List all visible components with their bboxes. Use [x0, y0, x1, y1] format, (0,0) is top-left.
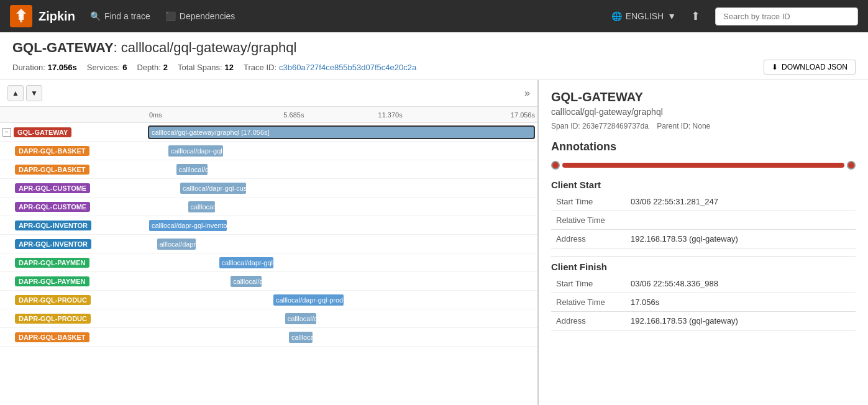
arrow-down-icon: ▼ [30, 89, 38, 98]
span-bar[interactable]: calllocal/dapr-gql-payment/graphql [870m… [219, 257, 274, 268]
trace-row[interactable]: DAPR-GQL-BASKETcalllocal/dapr-gql-basket… [0, 328, 537, 347]
dependencies-label: Dependencies [180, 11, 235, 21]
trace-meta: Duration: 17.056s Services: 6 Depth: 2 T… [12, 60, 856, 75]
trace-row[interactable]: DAPR-GQL-BASKETcalllocal/dapr-gql-basket… [0, 160, 537, 179]
annotation-row: Relative Time17.056s [551, 293, 856, 312]
trace-title: GQL-GATEWAY: calllocal/gql-gateway/graph… [12, 40, 856, 56]
span-bar-area: calllocal/dapr-gql-inventory/graphql [1.… [149, 216, 537, 234]
duration-value: 17.056s [48, 63, 77, 72]
trace-row[interactable]: APR-GQL-INVENTORalllocal/dapr-gql-invent… [0, 235, 537, 253]
trace-id-label: Trace ID: [244, 63, 276, 72]
trace-rows: −GQL-GATEWAYcalllocal/gql-gateway/graphq… [0, 123, 537, 347]
trace-id-search[interactable] [715, 7, 858, 25]
service-label: DAPR-GQL-PRODUC [0, 314, 149, 324]
dependencies-nav[interactable]: ⬛ Dependencies [165, 11, 235, 21]
trace-row[interactable]: DAPR-GQL-PRODUCcalllocal/dapr-gql-produc… [0, 291, 537, 309]
trace-path: calllocal/gql-gateway/graphql [121, 40, 297, 55]
expand-down-button[interactable]: ▼ [26, 85, 42, 101]
service-label: DAPR-GQL-BASKET [0, 332, 149, 342]
ruler-mark-2: 11.370s [342, 111, 439, 119]
depth-value: 2 [163, 63, 168, 72]
total-spans-value: 12 [225, 63, 234, 72]
annotation-row: Start Time03/06 22:55:48.336_988 [551, 275, 856, 293]
parent-id-value: None [693, 122, 711, 130]
annotation-value[interactable]: 192.168.178.53 (gql-gateway) [626, 230, 856, 248]
annotation-label: Start Time [551, 275, 626, 293]
slider-start-dot [551, 161, 560, 170]
span-bar[interactable]: calllocal/dapr-gql-payment/graphql [48.0… [231, 276, 262, 287]
language-selector[interactable]: 🌐 ENGLISH ▼ [611, 11, 676, 21]
services-value: 6 [122, 63, 127, 72]
trace-row[interactable]: DAPR-GQL-BASKETcalllocal/dapr-gql-basket… [0, 142, 537, 160]
ruler-mark-1: 5.685s [245, 111, 342, 119]
span-bar[interactable]: calllocal/dapr-gql-inventory/graphql [1.… [149, 220, 227, 231]
service-label: DAPR-GQL-BASKET [0, 146, 149, 156]
timeline-controls: ▲ ▼ » [0, 80, 537, 107]
span-bar-area: calllocal/dapr-gql-product/graphql [50.9… [149, 309, 537, 327]
annotation-slider [551, 161, 856, 170]
service-label: APR-GQL-CUSTOME [0, 202, 149, 212]
annotation-label: Start Time [551, 193, 626, 211]
expand-panel-button[interactable]: » [524, 88, 530, 99]
expand-up-button[interactable]: ▲ [7, 85, 24, 101]
services-label: Services: [87, 63, 120, 72]
annotation-row: Start Time03/06 22:55:31.281_247 [551, 193, 856, 211]
search-icon: 🔍 [90, 11, 101, 21]
span-bar[interactable]: alllocal/dapr-gql-inventory/graphql [60.… [157, 239, 196, 250]
detail-ids: Span ID: 263e7728469737da Parent ID: Non… [551, 122, 856, 130]
trace-row[interactable]: −GQL-GATEWAYcalllocal/gql-gateway/graphq… [0, 123, 537, 142]
trace-row[interactable]: APR-GQL-CUSTOMEcalllocal/dapr-gql-custom… [0, 198, 537, 216]
trace-service-name: GQL-GATEWAY [12, 40, 114, 55]
span-bar-area: alllocal/dapr-gql-inventory/graphql [60.… [149, 235, 537, 253]
span-bar[interactable]: calllocal/dapr-gql-product/graphql [1.09… [273, 294, 344, 306]
trace-row[interactable]: APR-GQL-INVENTORcalllocal/dapr-gql-inven… [0, 216, 537, 235]
span-bar[interactable]: calllocal/dapr-gql-basket/graphql [16.99… [289, 332, 313, 343]
span-bar-area: calllocal/dapr-gql-payment/graphql [870m… [149, 253, 537, 271]
span-bar[interactable]: calllocal/dapr-gql-customer/graphql [42.… [188, 201, 216, 212]
trace-row[interactable]: DAPR-GQL-PRODUCcalllocal/dapr-gql-produc… [0, 309, 537, 328]
service-badge: GQL-GATEWAY [14, 127, 71, 137]
span-bar[interactable]: calllocal/dapr-gql-customer/graphql [933… [180, 183, 246, 194]
trace-row[interactable]: DAPR-GQL-PAYMENcalllocal/dapr-gql-paymen… [0, 253, 537, 272]
trace-row[interactable]: APR-GQL-CUSTOMEcalllocal/dapr-gql-custom… [0, 179, 537, 198]
logo-area: Zipkin [10, 5, 75, 27]
upload-button[interactable]: ⬆ [691, 9, 700, 23]
span-bar-area: calllocal/dapr-gql-product/graphql [1.09… [149, 291, 537, 309]
depth-label: Depth: [137, 63, 160, 72]
span-bar-area: calllocal/dapr-gql-basket/graphql [49.99… [149, 160, 537, 178]
annotation-value [626, 211, 856, 230]
service-badge: DAPR-GQL-PAYMEN [15, 258, 89, 268]
app-header: Zipkin 🔍 Find a trace ⬛ Dependencies 🌐 E… [0, 0, 868, 32]
parent-id-label: Parent ID: [657, 122, 690, 130]
service-badge: APR-GQL-CUSTOME [15, 202, 90, 212]
client-finish-section: Client Finish Start Time03/06 22:55:48.3… [551, 262, 856, 330]
timeline-ruler: 0ms 5.685s 11.370s 17.056s [0, 107, 537, 123]
service-label: DAPR-GQL-BASKET [0, 165, 149, 175]
span-bar-area: calllocal/dapr-gql-customer/graphql [42.… [149, 198, 537, 216]
service-badge: APR-GQL-CUSTOME [15, 183, 90, 193]
section-divider [551, 256, 856, 257]
span-id-label: Span ID: [551, 122, 580, 130]
span-bar[interactable]: calllocal/dapr-gql-product/graphql [50.9… [285, 313, 316, 324]
left-panel: ▲ ▼ » 0ms 5.685s 11.370s 17.056s −GQL-GA… [0, 80, 539, 405]
annotation-value: 17.056s [626, 293, 856, 312]
slider-track [562, 163, 844, 168]
chevron-down-icon: ▼ [667, 11, 676, 21]
dependencies-icon: ⬛ [165, 11, 176, 21]
trace-header: GQL-GATEWAY: calllocal/gql-gateway/graph… [0, 32, 868, 80]
ruler-mark-3: 17.056s [439, 111, 537, 119]
download-label: DOWNLOAD JSON [782, 63, 847, 71]
collapse-button[interactable]: − [2, 128, 11, 137]
annotation-value[interactable]: 192.168.178.53 (gql-gateway) [626, 312, 856, 330]
span-bar[interactable]: calllocal/gql-gateway/graphql [17.056s] [149, 127, 534, 138]
span-bar[interactable]: calllocal/dapr-gql-basket/graphql [49.99… [176, 164, 208, 175]
service-label: APR-GQL-INVENTOR [0, 239, 149, 249]
client-start-section: Client Start Start Time03/06 22:55:31.28… [551, 180, 856, 248]
service-label: DAPR-GQL-PAYMEN [0, 258, 149, 268]
trace-row[interactable]: DAPR-GQL-PAYMENcalllocal/dapr-gql-paymen… [0, 272, 537, 291]
download-json-button[interactable]: ⬇ DOWNLOAD JSON [764, 60, 856, 75]
annotations-title: Annotations [551, 140, 856, 153]
arrow-up-icon: ▲ [12, 89, 19, 98]
find-trace-nav[interactable]: 🔍 Find a trace [90, 11, 150, 21]
span-bar[interactable]: calllocal/dapr-gql-basket/graphql [918ms… [168, 145, 223, 157]
